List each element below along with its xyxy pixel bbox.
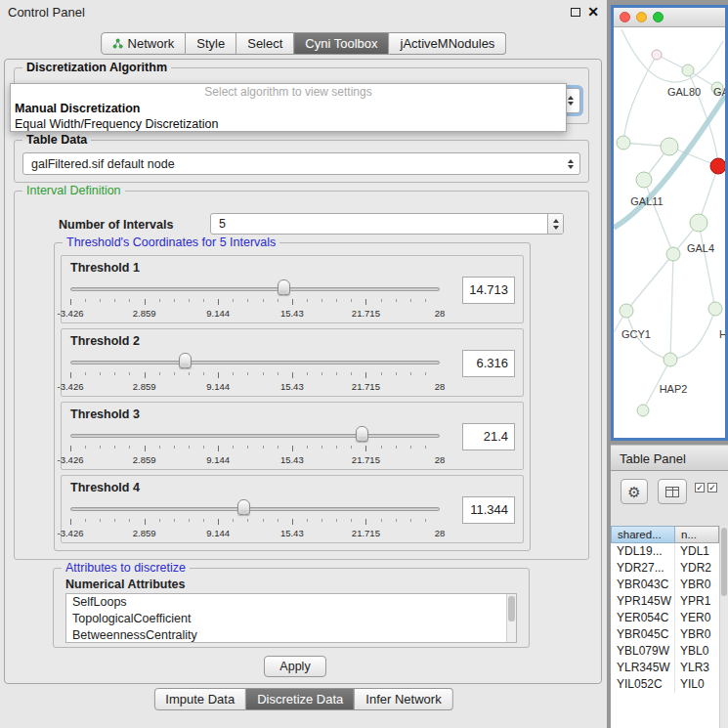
dropdown-option-equal-width[interactable]: Equal Width/Frequency Discretization	[11, 116, 566, 132]
node[interactable]	[664, 353, 677, 366]
checkbox-icon[interactable]: ✓	[707, 483, 717, 492]
minimize-traffic-light-icon[interactable]	[636, 12, 647, 22]
node[interactable]	[620, 304, 633, 318]
tab-discretize-data[interactable]: Discretize Data	[246, 688, 355, 710]
tab-impute-data[interactable]: Impute Data	[153, 688, 246, 710]
number-of-intervals-spinner[interactable]: 5	[210, 213, 564, 235]
network-window-titlebar	[614, 8, 725, 27]
top-tab-bar: Network Style Select Cyni Toolbox jActiv…	[101, 32, 507, 55]
slider-thumb[interactable]	[179, 353, 192, 368]
attributes-group-legend: Attributes to discretize	[62, 561, 190, 575]
threshold-value-field[interactable]: 21.4	[462, 423, 515, 450]
node[interactable]	[617, 136, 630, 150]
table-row[interactable]: YLR345WYLR3	[611, 660, 719, 676]
threshold-slider[interactable]: -3.426 2.859 9.144 15.43 21.715 28	[70, 353, 440, 396]
table-scrollbar[interactable]	[719, 526, 728, 728]
tab-select[interactable]: Select	[236, 32, 294, 55]
table-row[interactable]: YBL079WYBL0	[611, 643, 719, 660]
checkbox-icon[interactable]: ✓	[695, 483, 705, 492]
cell-name[interactable]: YBL0	[675, 643, 719, 660]
node[interactable]	[652, 50, 662, 60]
threshold-slider[interactable]: -3.426 2.859 9.144 15.43 21.715 28	[70, 426, 440, 469]
table-row[interactable]: YIL052CYIL0	[611, 676, 719, 693]
cell-shared-name[interactable]: YBR043C	[611, 577, 675, 593]
table-row[interactable]: YDR27...YDR2	[611, 560, 719, 577]
list-item[interactable]: BetweennessCentrality	[66, 627, 516, 643]
column-selector-button[interactable]	[658, 479, 687, 504]
list-item[interactable]: SelfLoops	[66, 594, 516, 611]
cell-shared-name[interactable]: YBR045C	[611, 626, 675, 643]
cell-name[interactable]: YIL0	[675, 676, 719, 693]
column-header-name[interactable]: n...	[675, 526, 719, 543]
tab-cyni-toolbox[interactable]: Cyni Toolbox	[294, 32, 389, 55]
network-canvas[interactable]: GAL80 GAL11 GAL4 GCY1 HAP2 GA H	[614, 27, 725, 438]
node[interactable]	[690, 214, 707, 232]
cell-shared-name[interactable]: YIL052C	[611, 676, 675, 693]
slider-track	[70, 507, 440, 511]
node[interactable]	[666, 247, 680, 261]
threshold-panel: Threshold 2 -3.426 2.859 9.144 15.43 21.…	[61, 328, 524, 397]
node[interactable]	[637, 405, 649, 416]
numerical-attributes-list[interactable]: SelfLoops TopologicalCoefficient Between…	[65, 593, 517, 643]
cell-shared-name[interactable]: YLR345W	[611, 660, 675, 676]
table-row[interactable]: YBR043CYBR0	[611, 577, 719, 593]
table-data-combobox[interactable]: galFiltered.sif default node	[22, 152, 580, 175]
list-scrollbar[interactable]	[506, 594, 516, 642]
table-row[interactable]: YDL19...YDL1	[611, 543, 719, 560]
zoom-traffic-light-icon[interactable]	[653, 12, 664, 22]
spinner-stepper-icon[interactable]	[547, 214, 563, 234]
cell-name[interactable]: YER0	[675, 610, 719, 626]
dropdown-option-manual[interactable]: Manual Discretization	[11, 101, 566, 116]
apply-button[interactable]: Apply	[264, 656, 326, 677]
cell-name[interactable]: YPR1	[675, 593, 719, 610]
cell-name[interactable]: YDR2	[675, 560, 719, 577]
column-header-shared-name[interactable]: shared...	[611, 526, 675, 543]
selected-node[interactable]	[710, 158, 725, 174]
tab-network[interactable]: Network	[101, 32, 187, 55]
scale-tick-label: 21.715	[352, 528, 380, 538]
node-label: GAL4	[687, 242, 714, 254]
tab-style[interactable]: Style	[186, 32, 236, 55]
cell-shared-name[interactable]: YDR27...	[611, 560, 675, 577]
table-row[interactable]: YER054CYER0	[611, 610, 719, 626]
tab-jactivemnodules[interactable]: jActiveMNodules	[390, 32, 507, 55]
threshold-slider[interactable]: -3.426 2.859 9.144 15.43 21.715 28	[70, 499, 440, 542]
node[interactable]	[636, 172, 652, 188]
scale-tick-label: -3.426	[58, 454, 84, 465]
slider-ticks	[70, 372, 440, 378]
cell-shared-name[interactable]: YPR145W	[611, 593, 675, 610]
node[interactable]	[708, 302, 722, 316]
scale-tick-label: 2.859	[133, 308, 156, 319]
tab-infer-network[interactable]: Infer Network	[355, 688, 452, 710]
scrollbar-thumb[interactable]	[508, 596, 515, 621]
slider-thumb[interactable]	[237, 499, 250, 515]
threshold-value-field[interactable]: 11.344	[462, 496, 515, 524]
float-window-icon[interactable]	[571, 8, 580, 17]
cell-shared-name[interactable]: YBL079W	[611, 643, 675, 660]
close-icon[interactable]: ✕	[587, 4, 599, 20]
scale-tick-label: 9.144	[206, 454, 230, 465]
cell-name[interactable]: YBR0	[675, 577, 719, 593]
threshold-value-field[interactable]: 6.316	[462, 350, 515, 377]
cell-shared-name[interactable]: YDL19...	[611, 543, 675, 560]
node[interactable]	[661, 138, 678, 155]
table-row[interactable]: YBR045CYBR0	[611, 626, 719, 643]
tab-label: Discretize Data	[257, 692, 343, 707]
cell-name[interactable]: YDL1	[675, 543, 719, 560]
slider-thumb[interactable]	[278, 279, 290, 295]
cell-shared-name[interactable]: YER054C	[611, 610, 675, 626]
scrollbar-thumb[interactable]	[721, 528, 727, 596]
slider-thumb[interactable]	[356, 426, 368, 442]
table-row[interactable]: YPR145WYPR1	[611, 593, 719, 610]
scale-tick-label: 15.43	[280, 454, 304, 465]
threshold-slider[interactable]: -3.426 2.859 9.144 15.43 21.715 28	[70, 279, 440, 322]
cell-name[interactable]: YBR0	[675, 626, 719, 643]
cell-name[interactable]: YLR3	[675, 660, 719, 676]
close-traffic-light-icon[interactable]	[620, 12, 630, 22]
scale-tick-label: 9.144	[206, 528, 230, 538]
table-settings-button[interactable]: ⚙	[621, 479, 648, 504]
list-item[interactable]: TopologicalCoefficient	[66, 611, 516, 627]
combobox-arrows-icon	[564, 156, 577, 172]
threshold-value-field[interactable]: 14.713	[462, 277, 515, 304]
node[interactable]	[682, 64, 694, 76]
